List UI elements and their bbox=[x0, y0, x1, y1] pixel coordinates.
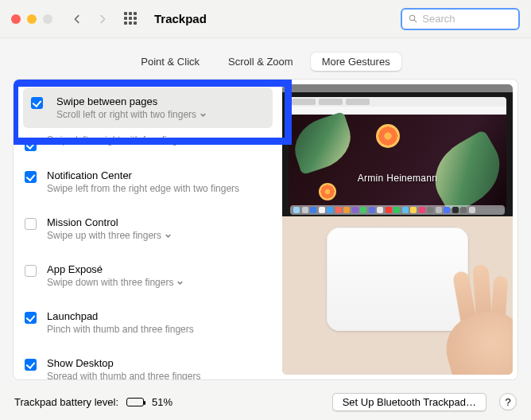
show-all-button[interactable] bbox=[124, 12, 138, 26]
checkbox-swipe-between-pages[interactable] bbox=[31, 97, 43, 109]
chevron-down-icon bbox=[194, 137, 201, 144]
opt-show-desktop[interactable]: Show Desktop Spread with thumb and three… bbox=[14, 351, 282, 380]
toolbar: Trackpad bbox=[0, 0, 531, 38]
opt-swipe-between-pages[interactable]: Swipe between pages Scroll left or right… bbox=[23, 88, 273, 128]
opt-app-expose[interactable]: App Exposé Swipe down with three fingers bbox=[14, 257, 282, 294]
search-icon bbox=[409, 14, 417, 24]
gestures-panel: Swipe between pages Scroll left or right… bbox=[13, 79, 518, 380]
preview-desk bbox=[282, 216, 513, 375]
tab-point-click[interactable]: Point & Click bbox=[130, 52, 211, 71]
preview-screen: Armin Heinemann bbox=[282, 84, 513, 216]
opt-subtitle[interactable]: Scroll left or right with two fingers bbox=[56, 109, 265, 120]
opt-launchpad[interactable]: Launchpad Pinch with thumb and three fin… bbox=[14, 304, 282, 341]
svg-line-1 bbox=[414, 20, 417, 22]
bottom-bar: Trackpad battery level: 51% Set Up Bluet… bbox=[0, 383, 531, 420]
opt-subtitle[interactable]: Swipe up with three fingers bbox=[47, 230, 274, 241]
opt-title: Mission Control bbox=[47, 216, 274, 228]
zoom-window-button[interactable] bbox=[43, 14, 52, 24]
opt-subtitle[interactable]: Swipe left or right with four fingers bbox=[47, 134, 274, 146]
opt-title: Launchpad bbox=[47, 310, 274, 322]
chevron-down-icon bbox=[200, 111, 207, 119]
search-field[interactable] bbox=[401, 8, 520, 30]
chevron-down-icon bbox=[165, 232, 172, 239]
svg-point-0 bbox=[409, 15, 414, 20]
opt-mission-control[interactable]: Mission Control Swipe up with three fing… bbox=[14, 210, 282, 247]
setup-bluetooth-trackpad-button[interactable]: Set Up Bluetooth Trackpad… bbox=[332, 393, 486, 411]
checkbox-notification-center[interactable] bbox=[25, 171, 37, 183]
checkbox-mission-control[interactable] bbox=[25, 218, 37, 230]
close-window-button[interactable] bbox=[11, 14, 21, 24]
chevron-down-icon bbox=[176, 279, 184, 286]
forward-button[interactable] bbox=[94, 10, 111, 28]
opt-title: Swipe between pages bbox=[56, 95, 265, 107]
checkbox-launchpad[interactable] bbox=[25, 312, 37, 324]
leaf-graphic bbox=[289, 111, 358, 175]
opt-title: App Exposé bbox=[47, 263, 274, 275]
opt-subtitle: Spread with thumb and three fingers bbox=[47, 371, 274, 380]
battery-label: Trackpad battery level: bbox=[14, 396, 118, 408]
checkbox-show-desktop[interactable] bbox=[25, 359, 37, 371]
trackpad-preference-pane: Trackpad Point & Click Scroll & Zoom Mor… bbox=[0, 0, 531, 420]
tab-scroll-zoom[interactable]: Scroll & Zoom bbox=[217, 52, 304, 71]
chevron-right-icon bbox=[97, 14, 108, 25]
opt-subtitle: Swipe left from the right edge with two … bbox=[47, 183, 274, 194]
flower-graphic bbox=[376, 124, 400, 148]
opt-notification-center[interactable]: Notification Center Swipe left from the … bbox=[14, 163, 282, 200]
gesture-options-list: Swipe between pages Scroll left or right… bbox=[14, 80, 282, 379]
preview-browser-window: Armin Heinemann bbox=[289, 97, 506, 208]
search-input[interactable] bbox=[422, 13, 512, 25]
pane-title: Trackpad bbox=[154, 12, 207, 25]
chevron-left-icon bbox=[72, 14, 83, 25]
back-button[interactable] bbox=[68, 10, 86, 28]
battery-icon bbox=[126, 398, 144, 406]
opt-title: Notification Center bbox=[47, 169, 274, 181]
gesture-preview: Armin Heinemann bbox=[282, 84, 513, 375]
opt-title: Show Desktop bbox=[47, 357, 274, 369]
tab-more-gestures[interactable]: More Gestures bbox=[311, 52, 401, 71]
preview-menubar bbox=[282, 84, 513, 92]
preview-photo-caption: Armin Heinemann bbox=[358, 173, 438, 184]
preview-dock bbox=[290, 205, 505, 215]
opt-swipe-fullscreen-apps[interactable]: Swipe left or right with four fingers bbox=[14, 131, 282, 152]
preview-hand bbox=[425, 274, 513, 375]
checkbox-swipe-fullscreen[interactable] bbox=[25, 139, 37, 151]
minimize-window-button[interactable] bbox=[27, 14, 37, 24]
flower-graphic bbox=[319, 183, 336, 200]
checkbox-app-expose[interactable] bbox=[25, 265, 37, 277]
help-button[interactable]: ? bbox=[499, 393, 517, 410]
tabs-row: Point & Click Scroll & Zoom More Gesture… bbox=[0, 52, 531, 71]
leaf-graphic bbox=[422, 129, 506, 208]
battery-percent: 51% bbox=[152, 396, 172, 408]
opt-subtitle[interactable]: Swipe down with three fingers bbox=[47, 277, 274, 288]
window-controls bbox=[11, 14, 52, 24]
opt-subtitle: Pinch with thumb and three fingers bbox=[47, 324, 274, 335]
